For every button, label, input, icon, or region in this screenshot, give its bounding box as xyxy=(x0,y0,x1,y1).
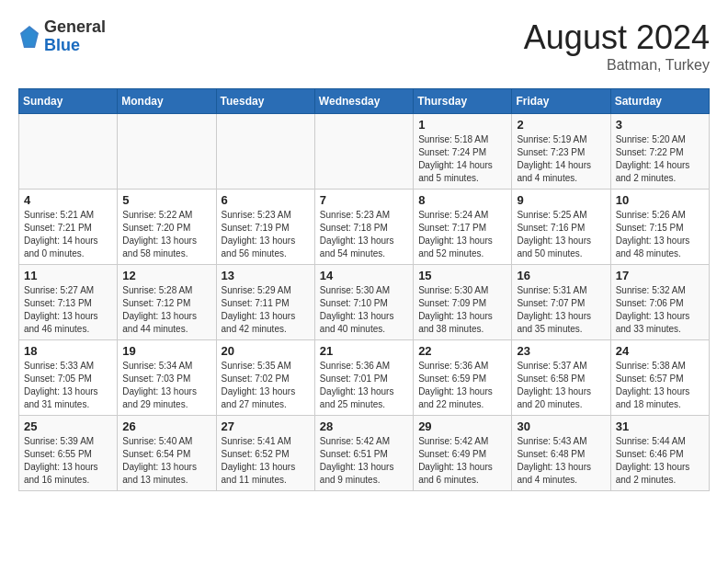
day-number: 4 xyxy=(24,193,112,207)
calendar-cell xyxy=(19,114,118,190)
calendar-cell: 25Sunrise: 5:39 AMSunset: 6:55 PMDayligh… xyxy=(19,416,118,491)
calendar-week-row: 25Sunrise: 5:39 AMSunset: 6:55 PMDayligh… xyxy=(19,416,710,491)
calendar-cell: 8Sunrise: 5:24 AMSunset: 7:17 PMDaylight… xyxy=(414,190,512,265)
day-info: Sunrise: 5:26 AMSunset: 7:15 PMDaylight:… xyxy=(616,209,704,260)
day-number: 9 xyxy=(517,193,605,207)
weekday-header-friday: Friday xyxy=(512,89,610,114)
calendar-cell: 2Sunrise: 5:19 AMSunset: 7:23 PMDaylight… xyxy=(512,114,610,190)
day-info: Sunrise: 5:37 AMSunset: 6:58 PMDaylight:… xyxy=(517,360,605,411)
calendar-cell: 5Sunrise: 5:22 AMSunset: 7:20 PMDaylight… xyxy=(118,190,216,265)
day-info: Sunrise: 5:22 AMSunset: 7:20 PMDaylight:… xyxy=(122,209,210,260)
day-info: Sunrise: 5:25 AMSunset: 7:16 PMDaylight:… xyxy=(517,209,605,260)
logo-text: General Blue xyxy=(44,18,106,55)
day-number: 18 xyxy=(24,344,112,358)
day-number: 21 xyxy=(320,344,408,358)
page-header: General Blue August 2024 Batman, Turkey xyxy=(18,18,710,74)
calendar-cell: 29Sunrise: 5:42 AMSunset: 6:49 PMDayligh… xyxy=(414,416,512,491)
calendar-header: SundayMondayTuesdayWednesdayThursdayFrid… xyxy=(19,89,710,114)
day-info: Sunrise: 5:40 AMSunset: 6:54 PMDaylight:… xyxy=(122,435,210,487)
calendar-cell: 11Sunrise: 5:27 AMSunset: 7:13 PMDayligh… xyxy=(19,265,118,340)
day-number: 14 xyxy=(320,269,408,282)
title-block: August 2024 Batman, Turkey xyxy=(524,18,710,74)
day-number: 20 xyxy=(222,344,310,358)
day-number: 5 xyxy=(122,193,210,207)
day-number: 3 xyxy=(616,118,704,132)
calendar-week-row: 11Sunrise: 5:27 AMSunset: 7:13 PMDayligh… xyxy=(19,265,710,340)
day-number: 22 xyxy=(418,344,506,358)
logo-blue: Blue xyxy=(44,37,106,55)
day-info: Sunrise: 5:20 AMSunset: 7:22 PMDaylight:… xyxy=(616,133,704,185)
day-number: 15 xyxy=(418,269,506,282)
day-info: Sunrise: 5:30 AMSunset: 7:10 PMDaylight:… xyxy=(320,284,408,336)
calendar-cell: 31Sunrise: 5:44 AMSunset: 6:46 PMDayligh… xyxy=(610,416,709,491)
calendar-cell: 9Sunrise: 5:25 AMSunset: 7:16 PMDaylight… xyxy=(512,190,610,265)
calendar-cell: 10Sunrise: 5:26 AMSunset: 7:15 PMDayligh… xyxy=(610,190,709,265)
logo: General Blue xyxy=(18,18,106,55)
day-info: Sunrise: 5:29 AMSunset: 7:11 PMDaylight:… xyxy=(222,284,310,336)
day-info: Sunrise: 5:28 AMSunset: 7:12 PMDaylight:… xyxy=(122,284,210,336)
weekday-header-saturday: Saturday xyxy=(610,89,709,114)
day-number: 12 xyxy=(122,269,210,282)
calendar-cell: 28Sunrise: 5:42 AMSunset: 6:51 PMDayligh… xyxy=(314,416,413,491)
calendar-cell: 18Sunrise: 5:33 AMSunset: 7:05 PMDayligh… xyxy=(19,340,118,416)
weekday-header-sunday: Sunday xyxy=(19,89,118,114)
day-info: Sunrise: 5:36 AMSunset: 6:59 PMDaylight:… xyxy=(418,360,506,411)
day-number: 27 xyxy=(222,419,310,433)
calendar-cell: 14Sunrise: 5:30 AMSunset: 7:10 PMDayligh… xyxy=(314,265,413,340)
calendar-cell: 22Sunrise: 5:36 AMSunset: 6:59 PMDayligh… xyxy=(414,340,512,416)
day-info: Sunrise: 5:43 AMSunset: 6:48 PMDaylight:… xyxy=(517,435,605,487)
calendar-cell: 12Sunrise: 5:28 AMSunset: 7:12 PMDayligh… xyxy=(118,265,216,340)
day-info: Sunrise: 5:44 AMSunset: 6:46 PMDaylight:… xyxy=(616,435,704,487)
calendar-body: 1Sunrise: 5:18 AMSunset: 7:24 PMDaylight… xyxy=(19,114,710,491)
day-number: 30 xyxy=(517,419,605,433)
day-info: Sunrise: 5:24 AMSunset: 7:17 PMDaylight:… xyxy=(418,209,506,260)
day-info: Sunrise: 5:23 AMSunset: 7:19 PMDaylight:… xyxy=(222,209,310,260)
calendar-cell: 6Sunrise: 5:23 AMSunset: 7:19 PMDaylight… xyxy=(216,190,314,265)
calendar-cell: 4Sunrise: 5:21 AMSunset: 7:21 PMDaylight… xyxy=(19,190,118,265)
day-number: 25 xyxy=(24,419,112,433)
day-info: Sunrise: 5:30 AMSunset: 7:09 PMDaylight:… xyxy=(418,284,506,336)
day-number: 13 xyxy=(222,269,310,282)
calendar-cell: 24Sunrise: 5:38 AMSunset: 6:57 PMDayligh… xyxy=(610,340,709,416)
day-info: Sunrise: 5:34 AMSunset: 7:03 PMDaylight:… xyxy=(122,360,210,411)
calendar-cell: 21Sunrise: 5:36 AMSunset: 7:01 PMDayligh… xyxy=(314,340,413,416)
day-info: Sunrise: 5:38 AMSunset: 6:57 PMDaylight:… xyxy=(616,360,704,411)
day-info: Sunrise: 5:31 AMSunset: 7:07 PMDaylight:… xyxy=(517,284,605,336)
day-number: 1 xyxy=(418,118,506,132)
calendar-cell: 26Sunrise: 5:40 AMSunset: 6:54 PMDayligh… xyxy=(118,416,216,491)
calendar-cell xyxy=(216,114,314,190)
day-info: Sunrise: 5:23 AMSunset: 7:18 PMDaylight:… xyxy=(320,209,408,260)
day-number: 8 xyxy=(418,193,506,207)
day-number: 17 xyxy=(616,269,704,282)
day-info: Sunrise: 5:32 AMSunset: 7:06 PMDaylight:… xyxy=(616,284,704,336)
day-number: 31 xyxy=(616,419,704,433)
calendar-cell: 13Sunrise: 5:29 AMSunset: 7:11 PMDayligh… xyxy=(216,265,314,340)
day-number: 28 xyxy=(320,419,408,433)
calendar-table: SundayMondayTuesdayWednesdayThursdayFrid… xyxy=(18,88,710,491)
calendar-cell: 17Sunrise: 5:32 AMSunset: 7:06 PMDayligh… xyxy=(610,265,709,340)
calendar-cell: 20Sunrise: 5:35 AMSunset: 7:02 PMDayligh… xyxy=(216,340,314,416)
day-number: 16 xyxy=(517,269,605,282)
calendar-cell: 16Sunrise: 5:31 AMSunset: 7:07 PMDayligh… xyxy=(512,265,610,340)
day-number: 24 xyxy=(616,344,704,358)
day-number: 7 xyxy=(320,193,408,207)
day-info: Sunrise: 5:36 AMSunset: 7:01 PMDaylight:… xyxy=(320,360,408,411)
day-info: Sunrise: 5:39 AMSunset: 6:55 PMDaylight:… xyxy=(24,435,112,487)
calendar-cell: 27Sunrise: 5:41 AMSunset: 6:52 PMDayligh… xyxy=(216,416,314,491)
calendar-week-row: 1Sunrise: 5:18 AMSunset: 7:24 PMDaylight… xyxy=(19,114,710,190)
day-number: 29 xyxy=(418,419,506,433)
logo-general: General xyxy=(44,18,106,37)
logo-icon xyxy=(18,24,40,50)
day-number: 26 xyxy=(122,419,210,433)
weekday-header-wednesday: Wednesday xyxy=(314,89,413,114)
calendar-week-row: 18Sunrise: 5:33 AMSunset: 7:05 PMDayligh… xyxy=(19,340,710,416)
calendar-cell xyxy=(314,114,413,190)
weekday-header-thursday: Thursday xyxy=(414,89,512,114)
day-info: Sunrise: 5:21 AMSunset: 7:21 PMDaylight:… xyxy=(24,209,112,260)
weekday-header-row: SundayMondayTuesdayWednesdayThursdayFrid… xyxy=(19,89,710,114)
calendar-cell xyxy=(118,114,216,190)
day-number: 10 xyxy=(616,193,704,207)
calendar-week-row: 4Sunrise: 5:21 AMSunset: 7:21 PMDaylight… xyxy=(19,190,710,265)
day-number: 19 xyxy=(122,344,210,358)
day-info: Sunrise: 5:41 AMSunset: 6:52 PMDaylight:… xyxy=(222,435,310,487)
